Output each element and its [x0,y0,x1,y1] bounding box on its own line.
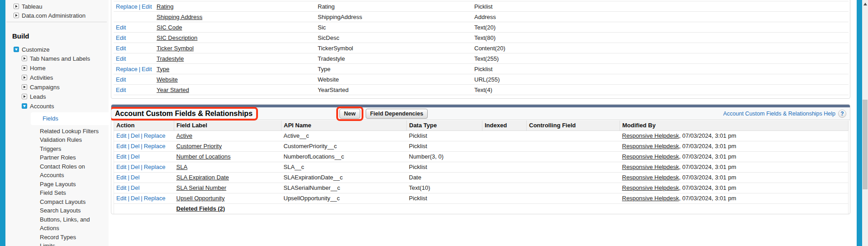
column-header-api-name: API Name [281,121,407,130]
section-help-link[interactable]: Account Custom Fields & Relationships He… [723,111,835,117]
sidebar-item-activities[interactable]: Activities [22,73,117,82]
modified-by-user-link[interactable]: Responsive Helpdesk [622,195,679,202]
api-name-cell: SicDesc [315,33,472,43]
sidebar-item-search-layouts[interactable]: Search Layouts [14,206,117,215]
chevron-right-icon[interactable] [22,84,27,90]
field-label-link[interactable]: Customer Priority [176,143,222,150]
modified-by-datetime: , 07/03/2024, 3:01 pm [679,174,736,181]
del-link[interactable]: Del [131,164,140,170]
chevron-right-icon[interactable] [22,65,27,71]
sidebar-item-tableau[interactable]: Tableau [14,2,90,11]
chevron-down-icon[interactable] [22,103,27,109]
sidebar-item-label: Tableau [22,2,90,11]
sidebar-item-fields[interactable]: Fields [31,112,117,125]
sidebar-item-record-types[interactable]: Record Types [14,233,117,242]
edit-link[interactable]: Edit [142,66,152,72]
edit-link[interactable]: Edit [116,24,126,31]
deleted-fields-link[interactable]: Deleted Fields (2) [176,205,225,212]
edit-link[interactable]: Edit [116,132,126,139]
sidebar-item-leads[interactable]: Leads [22,92,117,101]
column-header-action: Action [114,121,174,130]
field-label-link[interactable]: Year Started [157,87,189,93]
setup-page: TableauData.com Administration Build Cus… [0,0,868,246]
edit-link[interactable]: Edit [116,195,126,202]
del-link[interactable]: Del [131,184,140,191]
edit-link[interactable]: Edit [116,76,126,83]
replace-link[interactable]: Replace [144,143,166,150]
scrollbar-thumb[interactable] [863,100,868,189]
action-separator: | [126,195,130,202]
edit-link[interactable]: Edit [116,153,126,160]
field-dependencies-button[interactable]: Field Dependencies [366,109,428,119]
replace-link[interactable]: Replace [144,132,166,139]
sidebar-item-related-lookup-filters[interactable]: Related Lookup Filters [14,127,117,136]
sidebar-item-customize[interactable]: Customize [14,45,117,54]
edit-link[interactable]: Edit [142,3,152,10]
edit-link[interactable]: Edit [116,87,126,93]
edit-link[interactable]: Edit [116,184,126,191]
del-link[interactable]: Del [131,153,140,160]
sidebar-item-field-sets[interactable]: Field Sets [14,188,117,198]
field-label-link[interactable]: Upsell Opportunity [176,195,225,202]
sidebar-item-contact-roles-on-accounts[interactable]: Contact Roles on Accounts [14,162,117,180]
sidebar-item-buttons-links-and-actions[interactable]: Buttons, Links, and Actions [14,215,117,233]
vertical-scrollbar[interactable] [862,0,868,246]
field-label-link[interactable]: Rating [157,3,174,10]
replace-link[interactable]: Replace [116,66,138,72]
sidebar-item-partner-roles[interactable]: Partner Roles [14,153,117,162]
edit-link[interactable]: Edit [116,164,126,170]
chevron-right-icon[interactable] [14,4,19,9]
del-link[interactable]: Del [131,143,140,150]
replace-link[interactable]: Replace [144,195,166,202]
sidebar-item-validation-rules[interactable]: Validation Rules [14,135,117,145]
field-label-link[interactable]: Shipping Address [157,14,202,20]
del-link[interactable]: Del [131,174,140,181]
sidebar-item-tab-names-and-labels[interactable]: Tab Names and Labels [22,54,117,63]
field-label-link[interactable]: Active [176,132,192,139]
del-link[interactable]: Del [131,132,140,139]
api-name-cell: Active__c [281,130,407,141]
chevron-right-icon[interactable] [22,56,27,61]
sidebar-item-compact-layouts[interactable]: Compact Layouts [14,198,117,207]
replace-link[interactable]: Replace [116,3,138,10]
modified-by-datetime: , 07/03/2024, 3:01 pm [679,184,736,191]
edit-link[interactable]: Edit [116,55,126,62]
chevron-right-icon[interactable] [22,94,27,99]
field-label-link[interactable]: Number of Locations [176,153,231,160]
scroll-up-icon[interactable] [863,3,867,5]
chevron-down-icon[interactable] [14,47,19,52]
sidebar-item-limits[interactable]: Limits [14,241,117,246]
modified-by-user-link[interactable]: Responsive Helpdesk [622,143,679,150]
field-label-link[interactable]: Website [157,76,178,83]
help-icon[interactable]: ? [838,110,846,118]
field-label-link[interactable]: Ticker Symbol [157,45,194,52]
edit-link[interactable]: Edit [116,45,126,52]
field-label-link[interactable]: SLA [176,164,188,170]
chevron-right-icon[interactable] [14,13,19,18]
field-label-link[interactable]: Type [157,66,169,72]
new-button[interactable]: New [339,109,360,119]
replace-link[interactable]: Replace [144,164,166,170]
del-link[interactable]: Del [131,195,140,202]
sidebar-item-home[interactable]: Home [22,64,117,73]
modified-by-user-link[interactable]: Responsive Helpdesk [622,132,679,139]
modified-by-user-link[interactable]: Responsive Helpdesk [622,174,679,181]
modified-by-user-link[interactable]: Responsive Helpdesk [622,184,679,191]
sidebar-item-data-com-administration[interactable]: Data.com Administration [14,11,90,20]
sidebar-item-triggers[interactable]: Triggers [14,145,117,154]
sidebar-item-accounts[interactable]: Accounts [22,102,117,111]
field-label-link[interactable]: Tradestyle [157,55,184,62]
sidebar-item-campaigns[interactable]: Campaigns [22,83,117,92]
chevron-right-icon[interactable] [22,75,27,80]
sidebar-item-page-layouts[interactable]: Page Layouts [14,180,117,189]
field-label-link[interactable]: SIC Description [157,34,197,41]
edit-link[interactable]: Edit [116,143,126,150]
modified-by-user-link[interactable]: Responsive Helpdesk [622,164,679,170]
field-label-link[interactable]: SLA Expiration Date [176,174,229,181]
edit-link[interactable]: Edit [116,174,126,181]
controlling-field-cell [527,172,620,183]
edit-link[interactable]: Edit [116,34,126,41]
field-label-link[interactable]: SLA Serial Number [176,184,227,191]
modified-by-user-link[interactable]: Responsive Helpdesk [622,153,679,160]
field-label-link[interactable]: SIC Code [157,24,182,31]
